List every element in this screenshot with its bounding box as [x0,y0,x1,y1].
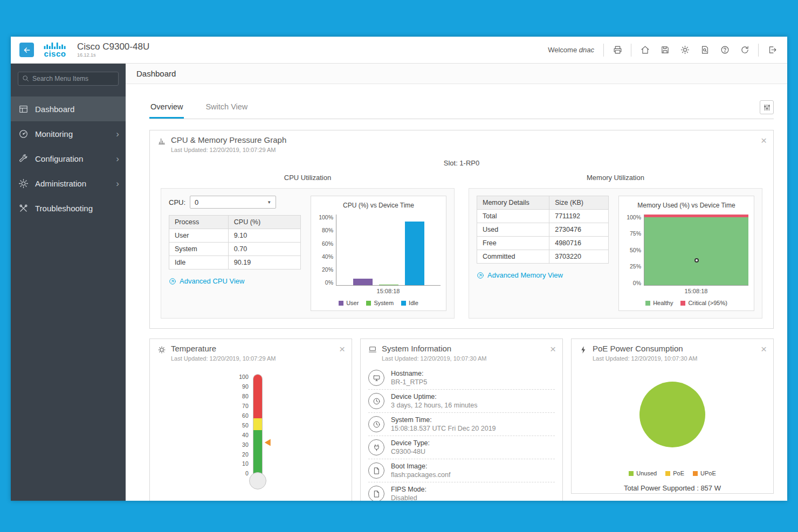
chevron-right-icon: › [116,179,119,188]
logout-icon [768,45,777,54]
refresh-button[interactable] [738,44,751,57]
back-button[interactable] [19,43,34,57]
memory-chart: Memory Used (%) vs Device Time 100%75%50… [618,196,754,311]
configuration-icon [18,154,29,164]
sidebar-item-administration[interactable]: Administration › [11,171,126,196]
sidebar-item-monitoring[interactable]: Monitoring › [11,121,126,146]
last-updated: Last Updated: 12/20/2019, 10:07:30 AM [382,355,486,362]
panel-title: PoE Power Consumption [593,344,697,353]
cpu-select[interactable]: 0 ▼ [190,196,276,209]
memory-utilization-section: Memory Utilization Memory Details Size (… [469,174,762,319]
column-header: CPU (%) [228,216,300,229]
system-icon [368,346,377,354]
home-button[interactable] [638,44,651,57]
poe-caption: Total Power Supported : 857 W [572,484,773,492]
table-row: Total7711192 [477,210,609,223]
settings-button[interactable] [678,44,691,57]
sidebar-item-label: Configuration [35,154,83,163]
legend-swatch [366,301,371,306]
legend-swatch [665,471,670,476]
sidebar-item-dashboard[interactable]: Dashboard [11,96,126,121]
tab-overview[interactable]: Overview [149,98,184,119]
close-button[interactable]: × [761,135,767,146]
bar-chart-icon [157,137,166,146]
close-button[interactable]: × [550,344,556,354]
save-config-button[interactable] [658,44,671,57]
sidebar-item-label: Monitoring [35,129,73,139]
x-axis-label: 15:08:18 [336,288,441,294]
clock-icon [373,420,381,429]
divider [603,44,604,57]
close-button[interactable]: × [339,344,345,354]
app-window: cisco Cisco C9300-48U 16.12.1s Welcome d… [11,37,787,501]
system-row-fips-mode: FIPS Mode:Disabled [368,482,555,501]
cpu-bar-idle [405,222,424,285]
search-input[interactable] [18,72,119,86]
thermometer: 1009080706050403020100 [150,374,352,480]
chart-title: Memory Used (%) vs Device Time [624,202,748,209]
dashboard-icon [18,104,29,114]
cpu-plot-area [336,215,441,286]
tab-switch-view[interactable]: Switch View [204,98,249,119]
system-information-panel: System Information Last Updated: 12/20/2… [360,338,563,501]
device-title: Cisco C9300-48U [77,42,149,52]
doc-search-icon [700,45,710,54]
printer-icon [613,45,622,54]
main-area: Dashboard Overview Switch View CPU & Mem… [126,64,787,501]
cpu-chart-legend: User System Idle [317,300,441,306]
save-icon [661,45,670,54]
thermometer-scale: 1009080706050403020100 [239,374,249,476]
cpu-memory-panel-header: CPU & Memory Pressure Graph Last Updated… [150,130,773,157]
column-header: Memory Details [477,196,549,210]
cpu-chart: CPU (%) vs Device Time 100%80%60%40%20%0… [311,196,446,311]
dashboard-settings-button[interactable] [760,100,774,114]
healthy-zone [644,217,748,285]
advanced-cpu-view-link[interactable]: Advanced CPU View [169,277,244,285]
legend-swatch [693,471,698,476]
device-title-block: Cisco C9300-48U 16.12.1s [77,42,149,58]
advanced-memory-view-link[interactable]: Advanced Memory View [477,271,563,279]
last-updated: Last Updated: 12/20/2019, 10:07:30 AM [593,355,697,362]
cpu-select-label: CPU: [169,198,185,206]
monitoring-icon [18,129,29,139]
temp-zone-medium [253,418,262,431]
temp-zone-high [253,375,262,418]
chevron-right-icon: › [116,129,119,139]
help-button[interactable] [718,44,731,57]
table-row: User9.10 [169,229,301,243]
advanced-view-icon [169,278,176,285]
chevron-down-icon: ▼ [267,200,271,205]
table-row: Committed3703220 [477,250,609,264]
cpu-bar-system [379,285,398,285]
last-updated: Last Updated: 12/20/2019, 10:07:29 AM [171,355,276,362]
critical-zone [644,215,748,217]
cisco-wordmark: cisco [44,50,66,58]
sidebar-item-troubleshooting[interactable]: Troubleshooting [11,196,126,220]
divider [758,44,759,57]
cpu-process-table: Process CPU (%) User9.10 System0.70 Idle… [169,215,301,270]
y-axis: 100%75%50%25%0% [624,215,644,286]
legend-swatch [339,301,343,306]
logout-button[interactable] [766,44,779,57]
memory-plot-area [644,215,748,286]
column-header: Size (KB) [549,196,609,210]
x-axis-label: 15:08:18 [644,288,748,294]
sidebar-item-configuration[interactable]: Configuration › [11,146,126,171]
temperature-icon [157,346,166,354]
device-icon [373,444,381,452]
memory-used-point [694,258,699,262]
troubleshooting-icon [18,203,29,213]
printer-button[interactable] [611,44,624,57]
table-row: Used2730476 [477,223,609,237]
thermometer-bulb [249,472,266,489]
monitor-icon [373,374,381,382]
section-heading: Memory Utilization [469,174,762,182]
breadcrumb: Dashboard [126,64,787,84]
table-row: System0.70 [169,243,301,256]
last-updated: Last Updated: 12/20/2019, 10:07:29 AM [171,147,286,153]
gear-icon [680,45,690,54]
poe-panel: PoE Power Consumption Last Updated: 12/2… [571,338,774,494]
close-button[interactable]: × [761,344,767,354]
memory-chart-legend: Healthy Critical (>95%) [624,300,748,306]
doc-search-button[interactable] [698,44,711,57]
